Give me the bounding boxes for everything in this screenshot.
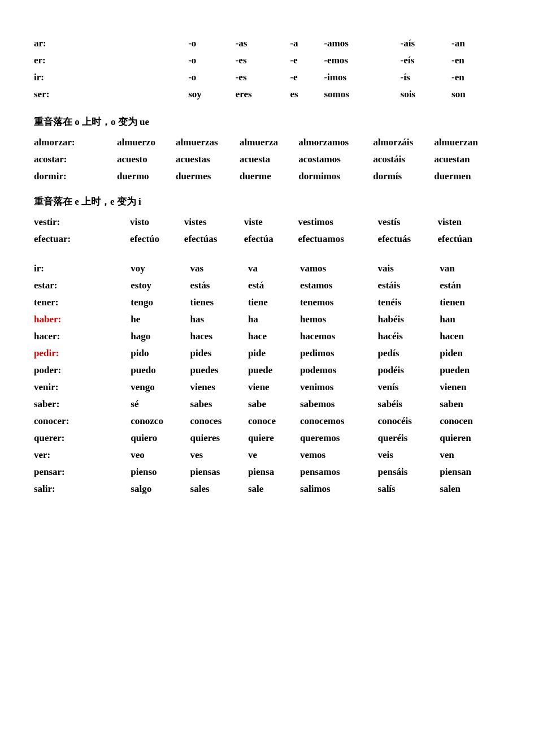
conjugation-cell: almuerzan [434,134,500,151]
verb-cell: ser: [34,86,188,103]
conjugation-cell: piensa [248,464,300,481]
conjugation-cell: saben [440,396,500,413]
table-row: ver:veovesvevemosveisven [34,447,500,464]
conjugation-cell: -eís [401,52,452,69]
table-row: vestir:vistovistesvistevestimosvestísvis… [34,214,500,231]
conjugation-cell: pedís [378,345,440,362]
conjugation-cell: tenemos [300,294,378,311]
conjugation-cell: visten [438,214,500,231]
conjugation-cell: venimos [300,379,378,396]
conjugation-cell: -es [236,52,290,69]
conjugation-cell: sabe [248,396,300,413]
conjugation-cell: ves [190,447,248,464]
conjugation-cell: -es [236,69,290,86]
conjugation-cell: tiene [248,294,300,311]
conjugation-cell: -o [188,52,236,69]
conjugation-cell: ven [440,447,500,464]
conjugation-cell: hacen [440,328,500,345]
table-row: efectuar:efectúoefectúasefectúaefectuamo… [34,231,500,248]
conjugation-cell: piden [440,345,500,362]
conjugation-cell: efectúan [438,231,500,248]
conjugation-cell: va [248,260,300,277]
conjugation-cell: -aís [401,35,452,52]
conjugation-cell: sabéis [378,396,440,413]
conjugation-cell: -imos [324,69,400,86]
conjugation-cell: quiero [131,430,190,447]
conjugation-cell: veo [131,447,190,464]
conjugation-cell: puede [248,362,300,379]
conjugation-cell: vienes [190,379,248,396]
conjugation-cell: viste [244,214,298,231]
conjugation-cell: quieres [190,430,248,447]
table-row: dormir:duermoduermesduermedormimosdormís… [34,168,500,185]
table-row: almorzar:almuerzoalmuerzasalmuerzaalmorz… [34,134,500,151]
conjugation-cell: acostamos [298,151,373,168]
verb-cell: vestir: [34,214,130,231]
o-to-ue-table: almorzar:almuerzoalmuerzasalmuerzaalmorz… [34,134,500,185]
table-row: hacer:hagohaceshacehacemoshacéishacen [34,328,500,345]
conjugation-cell: pido [131,345,190,362]
conjugation-cell: puedes [190,362,248,379]
conjugation-cell: vistes [184,214,244,231]
conjugation-cell: acuestan [434,151,500,168]
conjugation-cell: hacéis [378,328,440,345]
conjugation-cell: es [290,86,324,103]
conjugation-cell: conoce [248,413,300,430]
conjugation-cell: hace [248,328,300,345]
conjugation-cell: vestimos [298,214,378,231]
conjugation-cell: habéis [378,311,440,328]
conjugation-cell: estáis [378,277,440,294]
conjugation-cell: -emos [324,52,400,69]
conjugation-cell: tienes [190,294,248,311]
conjugation-cell: somos [324,86,400,103]
conjugation-cell: quiere [248,430,300,447]
note1: 重音落在 o 上时，o 变为 ue [34,115,500,128]
endings-table: ar:-o-as-a-amos-aís-aner:-o-es-e-emos-eí… [34,35,500,103]
conjugation-cell: van [440,260,500,277]
conjugation-cell: -o [188,69,236,86]
conjugation-cell: conoces [190,413,248,430]
conjugation-cell: piensan [440,464,500,481]
verb-cell: querer: [34,430,131,447]
table-row: haber:hehashahemoshabéishan [34,311,500,328]
conjugation-cell: efectuamos [298,231,378,248]
conjugation-cell: pensáis [378,464,440,481]
conjugation-cell: pides [190,345,248,362]
conjugation-cell: acuestas [176,151,240,168]
conjugation-cell: eres [236,86,290,103]
conjugation-cell: acuesta [240,151,298,168]
conjugation-cell: queréis [378,430,440,447]
table-row: saber:sésabessabesabemossabéissaben [34,396,500,413]
conjugation-cell: duermen [434,168,500,185]
conjugation-cell: sois [401,86,452,103]
conjugation-cell: conozco [131,413,190,430]
table-row: querer:quieroquieresquierequeremosqueréi… [34,430,500,447]
conjugation-cell: vamos [300,260,378,277]
verb-cell: er: [34,52,188,69]
conjugation-cell: ve [248,447,300,464]
conjugation-cell: viene [248,379,300,396]
conjugation-cell: duerme [240,168,298,185]
verb-cell: salir: [34,481,131,498]
verb-cell: ir: [34,69,188,86]
conjugation-cell: vengo [131,379,190,396]
table-row: estar:estoyestásestáestamosestáisestán [34,277,500,294]
conjugation-cell: -en [451,52,500,69]
conjugation-cell: sales [190,481,248,498]
conjugation-cell: estamos [300,277,378,294]
table-row: pedir:pidopidespidepedimospedíspiden [34,345,500,362]
conjugation-cell: quieren [440,430,500,447]
conjugation-cell: -e [290,69,324,86]
conjugation-cell: está [248,277,300,294]
verb-cell: efectuar: [34,231,130,248]
table-row: conocer:conozcoconocesconoceconocemoscon… [34,413,500,430]
conjugation-cell: veis [378,447,440,464]
conjugation-cell: vienen [440,379,500,396]
e-to-i-table: vestir:vistovistesvistevestimosvestísvis… [34,214,500,248]
conjugation-cell: has [190,311,248,328]
table-row: poder:puedopuedespuedepodemospodéispuede… [34,362,500,379]
conjugation-cell: salen [440,481,500,498]
conjugation-cell: duermes [176,168,240,185]
verb-cell: ir: [34,260,131,277]
conjugation-cell: vestís [378,214,438,231]
